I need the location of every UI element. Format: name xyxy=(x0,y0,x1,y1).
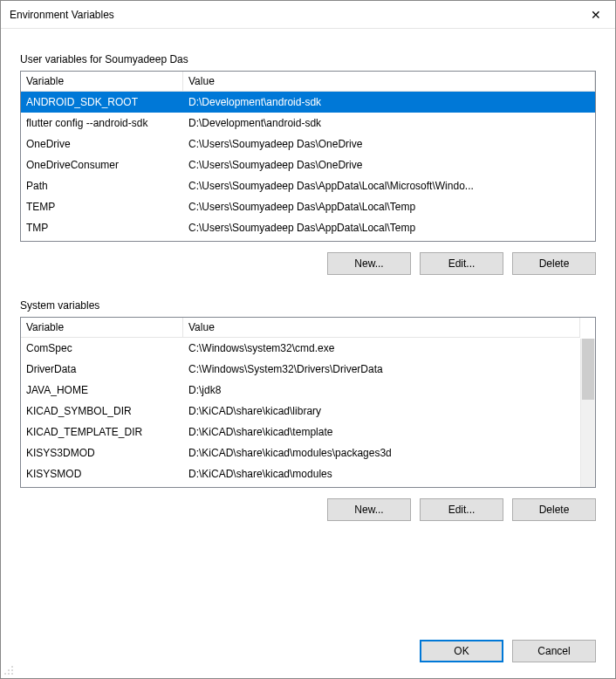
system-new-button[interactable]: New... xyxy=(327,498,411,521)
cell-value: D:\Development\android-sdk xyxy=(183,113,595,134)
close-button[interactable]: ✕ xyxy=(576,1,615,29)
cell-value: D:\KiCAD\share\kicad\library xyxy=(183,401,580,422)
table-row[interactable]: ComSpecC:\Windows\system32\cmd.exe xyxy=(21,338,580,359)
user-delete-button[interactable]: Delete xyxy=(512,252,596,275)
system-col-variable[interactable]: Variable xyxy=(21,318,183,337)
user-list-headers: Variable Value xyxy=(21,72,595,92)
resize-grip-icon[interactable] xyxy=(3,664,15,676)
user-col-variable[interactable]: Variable xyxy=(21,72,183,91)
table-row[interactable]: ANDROID_SDK_ROOTD:\Development\android-s… xyxy=(21,92,595,113)
svg-point-1 xyxy=(8,673,10,675)
cell-variable: JAVA_HOME xyxy=(21,380,183,401)
user-new-button[interactable]: New... xyxy=(327,252,411,275)
user-variables-list[interactable]: Variable Value ANDROID_SDK_ROOTD:\Develo… xyxy=(20,71,596,242)
cell-value: D:\jdk8 xyxy=(183,380,580,401)
cell-variable: KISYS3DMOD xyxy=(21,442,183,463)
table-row[interactable]: PathC:\Users\Soumyadeep Das\AppData\Loca… xyxy=(21,175,595,196)
cancel-button[interactable]: Cancel xyxy=(512,640,596,662)
cell-value: D:\Development\android-sdk xyxy=(183,92,595,113)
cell-value: C:\Users\Soumyadeep Das\AppData\Local\Te… xyxy=(183,196,595,217)
close-icon: ✕ xyxy=(591,8,601,22)
user-edit-button[interactable]: Edit... xyxy=(420,252,503,275)
table-row[interactable]: TEMPC:\Users\Soumyadeep Das\AppData\Loca… xyxy=(21,196,595,217)
user-variables-group: User variables for Soumyadeep Das Variab… xyxy=(20,53,596,275)
svg-point-2 xyxy=(11,673,13,675)
system-variables-group: System variables Variable Value ComSpecC… xyxy=(20,299,596,521)
svg-point-0 xyxy=(4,673,6,675)
system-edit-button[interactable]: Edit... xyxy=(420,498,503,521)
cell-variable: Path xyxy=(21,175,183,196)
dialog-footer: OK Cancel xyxy=(20,622,596,662)
table-row[interactable]: KISYS3DMODD:\KiCAD\share\kicad\modules\p… xyxy=(21,442,580,463)
scrollbar-thumb[interactable] xyxy=(582,339,594,400)
cell-value: D:\KiCAD\share\kicad\modules\packages3d xyxy=(183,442,580,463)
window-title: Environment Variables xyxy=(10,9,114,21)
cell-value: C:\Users\Soumyadeep Das\AppData\Local\Te… xyxy=(183,217,595,238)
system-col-value[interactable]: Value xyxy=(183,318,580,337)
table-row[interactable]: DriverDataC:\Windows\System32\Drivers\Dr… xyxy=(21,359,580,380)
cell-variable: OneDrive xyxy=(21,134,183,154)
cell-variable: TEMP xyxy=(21,196,183,217)
cell-variable: KICAD_TEMPLATE_DIR xyxy=(21,422,183,442)
env-vars-dialog: Environment Variables ✕ User variables f… xyxy=(0,0,616,679)
ok-button[interactable]: OK xyxy=(420,640,503,662)
system-variables-list[interactable]: Variable Value ComSpecC:\Windows\system3… xyxy=(20,317,596,488)
system-variables-label: System variables xyxy=(20,299,596,312)
cell-variable: DriverData xyxy=(21,359,183,380)
user-buttons: New... Edit... Delete xyxy=(20,252,596,275)
cell-value: D:\KiCAD\share\kicad\template xyxy=(183,422,580,442)
cell-variable: KICAD_SYMBOL_DIR xyxy=(21,401,183,422)
cell-variable: OneDriveConsumer xyxy=(21,154,183,175)
system-list-headers: Variable Value xyxy=(21,318,580,338)
user-col-value[interactable]: Value xyxy=(183,72,595,91)
cell-value: C:\Windows\System32\Drivers\DriverData xyxy=(183,359,580,380)
system-buttons: New... Edit... Delete xyxy=(20,498,596,521)
titlebar: Environment Variables ✕ xyxy=(1,1,615,29)
table-row[interactable]: TMPC:\Users\Soumyadeep Das\AppData\Local… xyxy=(21,217,595,238)
dialog-body: User variables for Soumyadeep Das Variab… xyxy=(1,29,615,678)
cell-variable: TMP xyxy=(21,217,183,238)
svg-point-3 xyxy=(8,669,10,671)
svg-point-5 xyxy=(11,666,13,668)
table-row[interactable]: JAVA_HOMED:\jdk8 xyxy=(21,380,580,401)
system-delete-button[interactable]: Delete xyxy=(512,498,596,521)
table-row[interactable]: KISYSMODD:\KiCAD\share\kicad\modules xyxy=(21,463,580,484)
table-row[interactable]: OneDriveC:\Users\Soumyadeep Das\OneDrive xyxy=(21,134,595,154)
cell-value: C:\Users\Soumyadeep Das\OneDrive xyxy=(183,154,595,175)
table-row[interactable]: flutter config --android-sdkD:\Developme… xyxy=(21,113,595,134)
cell-variable: KISYSMOD xyxy=(21,463,183,484)
system-scrollbar[interactable] xyxy=(580,339,595,487)
cell-variable: flutter config --android-sdk xyxy=(21,113,183,134)
cell-value: C:\Users\Soumyadeep Das\AppData\Local\Mi… xyxy=(183,175,595,196)
cell-variable: ComSpec xyxy=(21,338,183,359)
svg-point-4 xyxy=(11,669,13,671)
cell-variable: ANDROID_SDK_ROOT xyxy=(21,92,183,113)
user-variables-label: User variables for Soumyadeep Das xyxy=(20,53,596,65)
table-row[interactable]: OneDriveConsumerC:\Users\Soumyadeep Das\… xyxy=(21,154,595,175)
cell-value: C:\Users\Soumyadeep Das\OneDrive xyxy=(183,134,595,154)
table-row[interactable]: KICAD_SYMBOL_DIRD:\KiCAD\share\kicad\lib… xyxy=(21,401,580,422)
table-row[interactable]: KICAD_TEMPLATE_DIRD:\KiCAD\share\kicad\t… xyxy=(21,422,580,442)
cell-value: D:\KiCAD\share\kicad\modules xyxy=(183,463,580,484)
cell-value: C:\Windows\system32\cmd.exe xyxy=(183,338,580,359)
